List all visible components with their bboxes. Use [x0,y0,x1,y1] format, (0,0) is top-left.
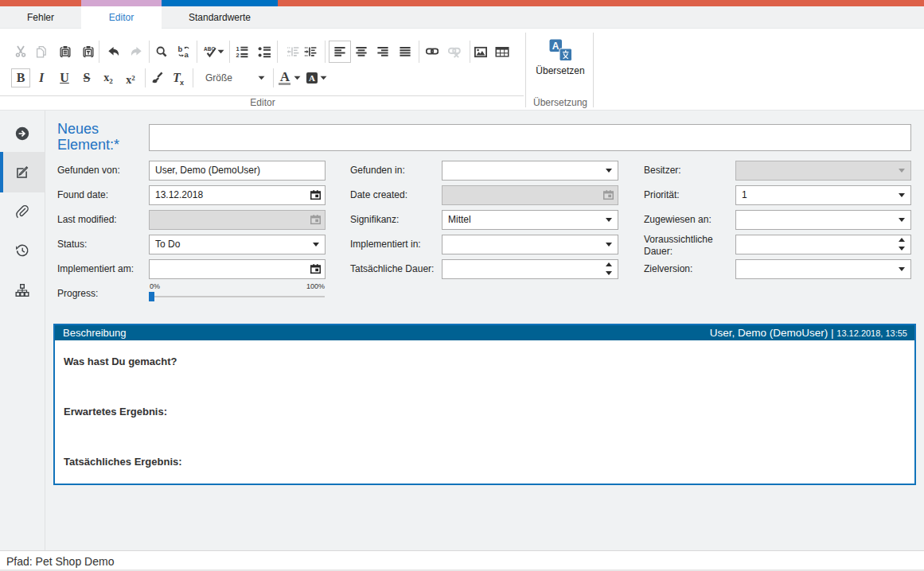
svg-text:a: a [185,50,189,58]
svg-text:2: 2 [236,52,240,58]
svg-text:A: A [552,41,559,52]
svg-text:b: b [178,45,183,53]
